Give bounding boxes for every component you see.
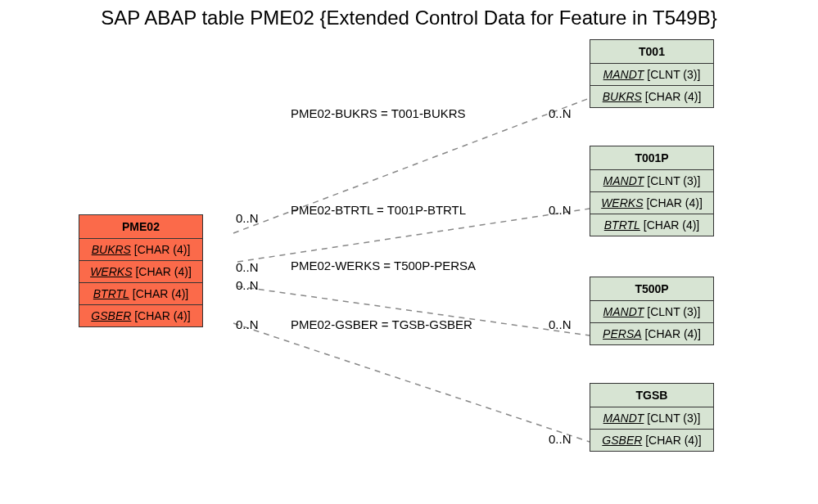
entity-header: T001P xyxy=(590,146,713,170)
entity-field: BTRTL [CHAR (4)] xyxy=(590,214,713,236)
entity-t500p: T500P MANDT [CLNT (3)] PERSA [CHAR (4)] xyxy=(590,277,714,345)
entity-field: MANDT [CLNT (3)] xyxy=(590,301,713,323)
cardinality: 0..N xyxy=(236,211,259,225)
entity-pme02: PME02 BUKRS [CHAR (4)] WERKS [CHAR (4)] … xyxy=(79,214,203,327)
entity-field: MANDT [CLNT (3)] xyxy=(590,64,713,86)
entity-t001p: T001P MANDT [CLNT (3)] WERKS [CHAR (4)] … xyxy=(590,146,714,236)
relation-label: PME02-BTRTL = T001P-BTRTL xyxy=(291,203,466,217)
entity-pme02-header: PME02 xyxy=(79,215,202,239)
entity-header: T001 xyxy=(590,40,713,64)
relation-label: PME02-BUKRS = T001-BUKRS xyxy=(291,106,466,120)
cardinality: 0..N xyxy=(549,106,572,120)
entity-field: PERSA [CHAR (4)] xyxy=(590,323,713,344)
entity-field: MANDT [CLNT (3)] xyxy=(590,407,713,430)
entity-pme02-field: BUKRS [CHAR (4)] xyxy=(79,239,202,261)
entity-field: BUKRS [CHAR (4)] xyxy=(590,86,713,107)
relation-label: PME02-WERKS = T500P-PERSA xyxy=(291,259,476,272)
entity-field: MANDT [CLNT (3)] xyxy=(590,170,713,192)
entity-header: T500P xyxy=(590,277,713,301)
svg-line-3 xyxy=(233,323,590,442)
cardinality: 0..N xyxy=(549,203,572,217)
cardinality: 0..N xyxy=(549,432,572,446)
entity-t001: T001 MANDT [CLNT (3)] BUKRS [CHAR (4)] xyxy=(590,39,714,108)
entity-field: WERKS [CHAR (4)] xyxy=(590,192,713,214)
cardinality: 0..N xyxy=(236,278,259,292)
entity-pme02-field: BTRTL [CHAR (4)] xyxy=(79,283,202,305)
entity-pme02-field: GSBER [CHAR (4)] xyxy=(79,305,202,326)
entity-tgsb: TGSB MANDT [CLNT (3)] GSBER [CHAR (4)] xyxy=(590,383,714,452)
diagram-title: SAP ABAP table PME02 {Extended Control D… xyxy=(0,7,818,29)
cardinality: 0..N xyxy=(236,260,259,274)
cardinality: 0..N xyxy=(236,317,259,331)
entity-field: GSBER [CHAR (4)] xyxy=(590,430,713,451)
entity-header: TGSB xyxy=(590,384,713,407)
relation-label: PME02-GSBER = TGSB-GSBER xyxy=(291,317,472,331)
cardinality: 0..N xyxy=(549,317,572,331)
entity-pme02-field: WERKS [CHAR (4)] xyxy=(79,261,202,283)
